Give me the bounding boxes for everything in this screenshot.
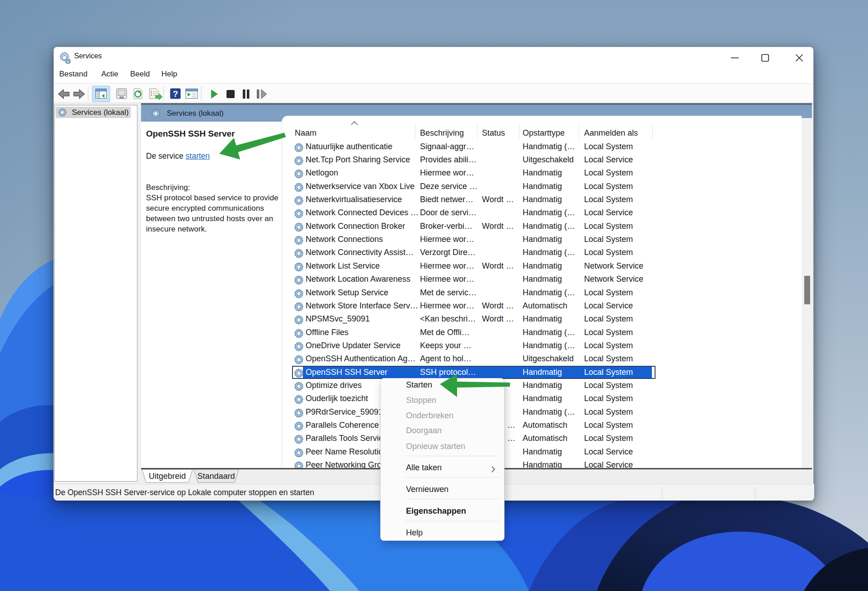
svg-text:?: ? xyxy=(173,89,178,99)
svg-text:Uitgebreid: Uitgebreid xyxy=(149,472,186,481)
svg-text:Standaard: Standaard xyxy=(197,472,235,481)
